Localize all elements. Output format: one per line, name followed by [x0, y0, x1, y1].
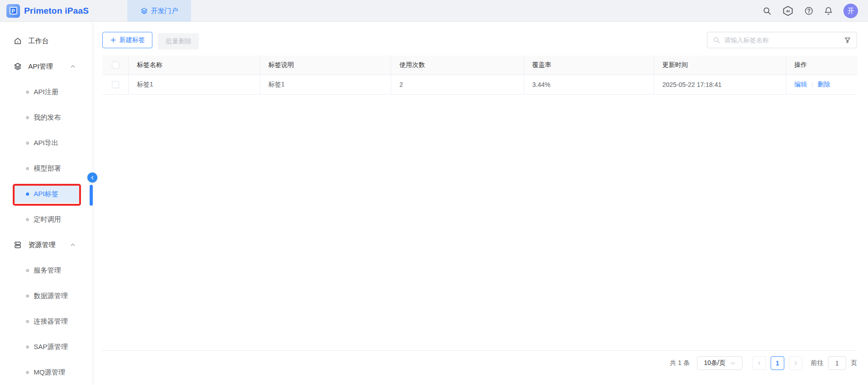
sidebar-item-api-export[interactable]: API导出	[0, 130, 92, 156]
layers-icon	[141, 7, 148, 15]
sidebar-item-api-register[interactable]: API注册	[0, 79, 92, 105]
notifications-bell-icon[interactable]	[824, 6, 833, 15]
bullet-icon	[26, 345, 29, 349]
new-tag-button[interactable]: 新建标签	[102, 32, 152, 48]
sidebar-group-resource-management[interactable]: 资源管理	[0, 232, 92, 258]
bullet-icon	[26, 167, 29, 170]
chevron-right-icon	[793, 360, 798, 366]
bullet-icon	[26, 218, 29, 221]
toolbar: 新建标签 批量删除	[102, 32, 857, 48]
bullet-icon	[26, 142, 29, 145]
sidebar-group-api-management[interactable]: API管理	[0, 54, 92, 79]
help-icon[interactable]	[804, 6, 813, 15]
column-header-updated-at: 更新时间	[654, 56, 786, 75]
sidebar-item-mq-source-management[interactable]: MQ源管理	[0, 360, 92, 385]
goto-page-input[interactable]	[828, 356, 846, 370]
select-all-checkbox[interactable]	[112, 61, 119, 69]
sidebar-item-model-deploy[interactable]: 模型部署	[0, 156, 92, 181]
sidebar-item-scheduled-call[interactable]: 定时调用	[0, 207, 92, 232]
cell-coverage: 3.44%	[524, 75, 654, 94]
chevron-up-icon	[70, 64, 76, 69]
sidebar-item-datasource-management[interactable]: 数据源管理	[0, 283, 92, 309]
pagination: 共 1 条 10条/页 1 前往 页	[670, 356, 857, 370]
column-header-tag-name: 标签名称	[129, 56, 260, 75]
chevron-down-icon	[730, 360, 736, 366]
home-icon	[14, 37, 22, 45]
previous-page-button[interactable]	[752, 356, 766, 370]
layers-icon	[14, 62, 22, 71]
cell-tag-description: 标签1	[260, 75, 391, 94]
bullet-icon	[26, 269, 29, 272]
topbar-actions: AI 开	[762, 0, 858, 22]
plus-icon	[110, 37, 116, 43]
column-header-actions: 操作	[786, 56, 857, 75]
bullet-icon	[26, 91, 29, 94]
bullet-icon	[26, 371, 29, 374]
topbar: P Primeton iPaaS 开发门户 AI 开	[0, 0, 868, 22]
tab-developer-portal[interactable]: 开发门户	[127, 0, 191, 22]
tags-table: 标签名称 标签说明 使用次数 覆盖率 更新时间 操作 标签1 标签1 2 3.4…	[102, 56, 857, 95]
cell-updated-at: 2025-05-22 17:18:41	[654, 75, 786, 94]
table-footer: 共 1 条 10条/页 1 前往 页	[102, 350, 857, 385]
sidebar-item-my-publish[interactable]: 我的发布	[0, 105, 92, 130]
batch-delete-button[interactable]: 批量删除	[158, 33, 199, 50]
chevron-left-icon	[757, 360, 762, 366]
logo-letter: P	[10, 7, 17, 15]
bullet-icon	[26, 116, 29, 119]
search-input[interactable]	[724, 36, 840, 44]
main-content: 新建标签 批量删除 标签名称 标签说明 使用次数 覆盖率 更新时间 操作 标签1…	[92, 22, 868, 385]
delete-link[interactable]: 删除	[818, 81, 830, 89]
app-logo-icon: P	[6, 4, 20, 18]
edit-link[interactable]: 编辑	[794, 81, 807, 89]
sidebar-item-sap-source-management[interactable]: SAP源管理	[0, 334, 92, 360]
chevron-up-icon	[70, 242, 76, 248]
cell-usage-count: 2	[391, 75, 524, 94]
search-icon	[713, 36, 720, 44]
chevron-left-icon	[90, 175, 95, 180]
page-size-select[interactable]: 10条/页	[697, 356, 742, 370]
brand-name: Primeton iPaaS	[24, 6, 89, 16]
column-header-usage-count: 使用次数	[391, 56, 524, 75]
sidebar: 工作台 API管理 API注册 我的发布 API导出 模型部署 API标签 定时…	[0, 22, 92, 385]
current-page-button[interactable]: 1	[771, 356, 784, 370]
table-row: 标签1 标签1 2 3.44% 2025-05-22 17:18:41 编辑 删…	[102, 75, 857, 95]
tab-label: 开发门户	[151, 7, 178, 15]
database-icon	[14, 241, 22, 249]
bullet-icon	[26, 192, 29, 196]
total-count: 共 1 条	[670, 359, 690, 367]
user-avatar[interactable]: 开	[843, 4, 858, 18]
active-route-indicator	[90, 185, 93, 206]
action-divider	[812, 82, 812, 88]
table-header-row: 标签名称 标签说明 使用次数 覆盖率 更新时间 操作	[102, 56, 857, 75]
sidebar-item-workbench[interactable]: 工作台	[0, 28, 92, 54]
sidebar-collapse-button[interactable]	[87, 172, 97, 182]
ai-assistant-icon[interactable]: AI	[782, 5, 794, 16]
goto-label: 前往	[811, 359, 823, 367]
bullet-icon	[26, 320, 29, 323]
sidebar-item-connector-management[interactable]: 连接器管理	[0, 309, 92, 334]
page-unit-label: 页	[851, 359, 857, 367]
column-header-coverage: 覆盖率	[524, 56, 654, 75]
brand: P Primeton iPaaS	[0, 4, 121, 18]
sidebar-item-api-tags[interactable]: API标签	[0, 181, 92, 207]
next-page-button[interactable]	[789, 356, 802, 370]
bullet-icon	[26, 294, 29, 298]
cell-tag-name: 标签1	[129, 75, 260, 94]
tag-search	[707, 32, 857, 48]
row-checkbox[interactable]	[112, 81, 119, 88]
filter-funnel-icon[interactable]	[844, 36, 851, 44]
search-icon[interactable]	[762, 6, 772, 15]
sidebar-item-service-management[interactable]: 服务管理	[0, 258, 92, 283]
column-header-tag-description: 标签说明	[260, 56, 391, 75]
